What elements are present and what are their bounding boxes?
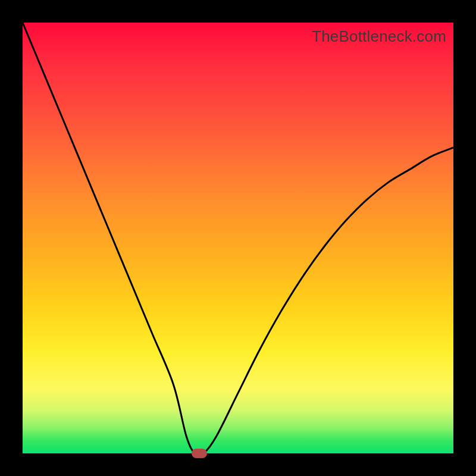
plot-area: TheBottleneck.com	[23, 23, 453, 453]
bottleneck-curve	[23, 23, 453, 453]
curve-path	[23, 23, 453, 453]
chart-frame: TheBottleneck.com	[0, 0, 476, 476]
optimal-marker	[192, 449, 207, 458]
